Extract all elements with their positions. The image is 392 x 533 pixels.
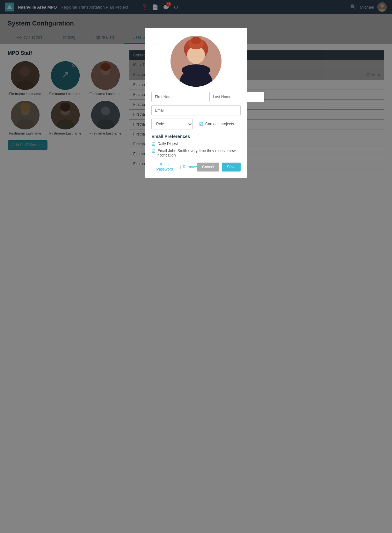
svg-point-30	[191, 37, 201, 44]
remove-button[interactable]: Remove	[183, 165, 197, 169]
cancel-button[interactable]: Cancel	[197, 163, 219, 172]
email-field[interactable]	[151, 105, 241, 115]
notification-email-row: ☑ Email John Smith every time they recei…	[151, 149, 241, 157]
modal-avatar-section	[145, 28, 247, 92]
email-prefs-section: Email Preferences ☑ Daily Digest ☑ Email…	[151, 134, 241, 157]
daily-digest-label: Daily Digest	[157, 142, 178, 146]
modal-footer: Reset Password | Remove Cancel Save	[145, 159, 247, 172]
save-button[interactable]: Save	[222, 163, 241, 172]
last-name-field[interactable]	[209, 92, 264, 102]
svg-point-33	[182, 64, 210, 76]
modal-footer-actions: Cancel Save	[197, 163, 241, 172]
name-row	[151, 92, 241, 102]
modal-user-avatar	[171, 36, 221, 87]
role-row: Role ☑ Can edit projects	[151, 119, 241, 129]
modal-body: Role ☑ Can edit projects Email Preferenc…	[145, 92, 247, 157]
daily-digest-row: ☑ Daily Digest	[151, 142, 241, 147]
can-edit-label: Can edit projects	[205, 122, 234, 126]
modal-overlay: Role ☑ Can edit projects Email Preferenc…	[0, 0, 392, 533]
edit-user-modal: Role ☑ Can edit projects Email Preferenc…	[145, 28, 247, 178]
can-edit-checkbox-icon[interactable]: ☑	[199, 121, 203, 127]
notification-label: Email John Smith every time they receive…	[157, 149, 241, 157]
footer-separator: |	[180, 165, 181, 169]
reset-password-button[interactable]: Reset Password	[151, 163, 178, 172]
role-select[interactable]: Role	[151, 119, 193, 129]
first-name-field[interactable]	[151, 92, 206, 102]
notification-checkbox[interactable]: ☑	[151, 149, 156, 154]
daily-digest-checkbox[interactable]: ☑	[151, 142, 156, 147]
email-prefs-title: Email Preferences	[151, 134, 241, 139]
can-edit-checkbox-row: ☑ Can edit projects	[199, 121, 234, 127]
email-row	[151, 105, 241, 115]
